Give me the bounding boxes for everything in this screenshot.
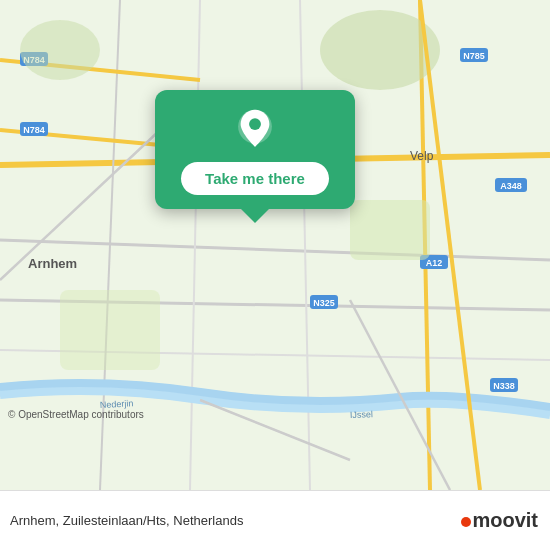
svg-text:IJssel: IJssel (350, 409, 373, 420)
svg-text:Arnhem: Arnhem (28, 256, 77, 271)
moovit-dot-icon (461, 517, 471, 527)
moovit-logo: moovit (461, 509, 538, 532)
svg-point-41 (249, 118, 261, 130)
map-container: A12 N784 N784 N785 A348 N325 N338 A12 (0, 0, 550, 490)
svg-point-31 (20, 20, 100, 80)
svg-text:Velp: Velp (410, 149, 434, 163)
svg-rect-32 (350, 200, 430, 260)
take-me-there-button[interactable]: Take me there (181, 162, 329, 195)
svg-text:N325: N325 (313, 298, 335, 308)
bottom-bar: Arnhem, Zuilesteinlaan/Hts, Netherlands … (0, 490, 550, 550)
svg-rect-33 (60, 290, 160, 370)
copyright-notice: © OpenStreetMap contributors (8, 409, 144, 420)
moovit-brand-text: moovit (461, 509, 538, 532)
popup-card[interactable]: Take me there (155, 90, 355, 209)
location-pin-icon (233, 108, 277, 152)
svg-text:N785: N785 (463, 51, 485, 61)
svg-text:A348: A348 (500, 181, 522, 191)
svg-text:A12: A12 (426, 258, 443, 268)
svg-text:N338: N338 (493, 381, 515, 391)
svg-text:N784: N784 (23, 125, 45, 135)
location-label: Arnhem, Zuilesteinlaan/Hts, Netherlands (10, 513, 243, 528)
